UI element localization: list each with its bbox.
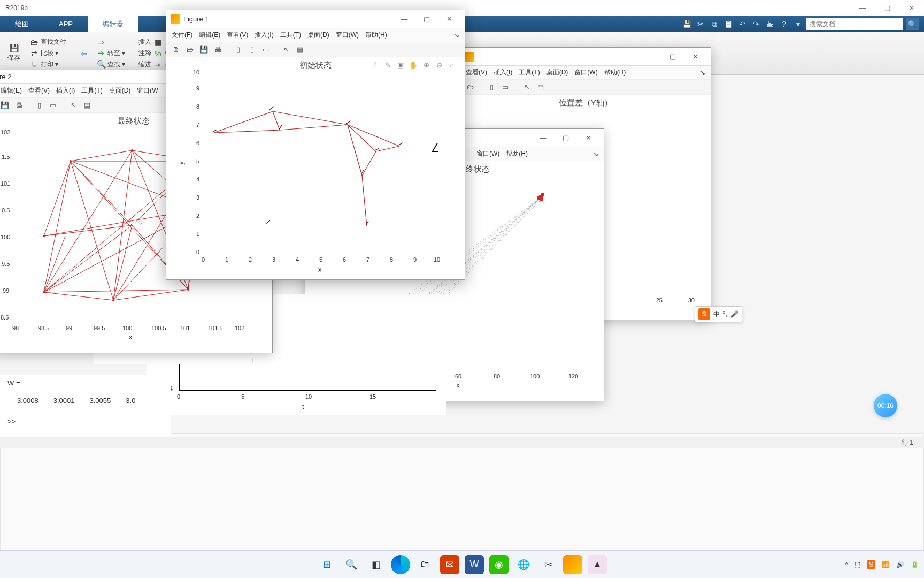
indent-icon[interactable]: ⇥ <box>153 60 162 69</box>
help-icon[interactable]: ? <box>779 19 789 29</box>
minimize-button[interactable]: — <box>532 130 555 146</box>
maximize-button[interactable]: ▢ <box>875 0 899 16</box>
menu-view[interactable]: 查看(V) <box>227 31 248 40</box>
zoomout-icon[interactable]: ⊖ <box>434 59 444 70</box>
undo-icon[interactable]: ↶ <box>737 19 748 29</box>
save-icon[interactable]: 💾 <box>0 100 10 111</box>
cut-icon[interactable]: ✂ <box>695 19 706 29</box>
zoomin-icon[interactable]: ⊕ <box>421 59 432 70</box>
close-button[interactable]: ✕ <box>899 0 924 16</box>
menu-edit[interactable]: 编辑(E) <box>1 86 22 95</box>
browser2-icon[interactable]: 🌐 <box>514 555 533 574</box>
minimize-button[interactable]: — <box>393 11 415 27</box>
system-tray[interactable]: ^ ⬚ S 📶 🔊 🔋 <box>845 560 919 569</box>
dock-icon[interactable]: ↘ <box>593 150 598 158</box>
pointer-icon[interactable]: ↖ <box>281 44 291 55</box>
menu-help[interactable]: 帮助(H) <box>604 68 626 77</box>
minimize-button[interactable]: — <box>639 49 661 65</box>
inspector-icon[interactable]: ▤ <box>535 82 546 93</box>
layout2-icon[interactable]: ▭ <box>500 82 511 93</box>
menu-window[interactable]: 窗口(W <box>137 86 158 95</box>
nav-back-button[interactable]: ⇦ <box>78 49 90 58</box>
snip-icon[interactable]: ✂ <box>538 555 558 574</box>
search-button[interactable]: 🔍 <box>342 555 361 574</box>
dock-icon[interactable]: ↘ <box>700 69 705 77</box>
app-icon[interactable]: ▲ <box>588 555 607 574</box>
pan-icon[interactable]: ✋ <box>408 59 419 70</box>
pointer-icon[interactable]: ↖ <box>521 82 532 93</box>
menu-window[interactable]: 窗口(W) <box>574 68 597 77</box>
datatip-icon[interactable]: ▣ <box>395 59 406 70</box>
layout2-icon[interactable]: ▯ <box>247 44 257 55</box>
menu-insert[interactable]: 插入(I) <box>56 86 75 95</box>
ime-indicator[interactable]: S 中 °, 🎤 <box>695 306 742 322</box>
layout1-icon[interactable]: ▯ <box>34 100 44 111</box>
volume-icon[interactable]: 🔊 <box>896 561 904 568</box>
redo-icon[interactable]: ↷ <box>751 19 761 29</box>
sogou-tray-icon[interactable]: S <box>867 560 875 569</box>
paste-icon[interactable]: 📋 <box>723 19 734 29</box>
menu-help[interactable]: 帮助(H) <box>365 31 387 40</box>
new-icon[interactable]: 🗎 <box>171 44 181 55</box>
layout1-icon[interactable]: ▯ <box>233 44 243 55</box>
inspector-icon[interactable]: ▤ <box>295 44 305 55</box>
export-icon[interactable]: ⤴ <box>369 59 380 70</box>
more-icon[interactable]: ▾ <box>792 19 803 29</box>
nav-fwd-button[interactable]: ⇨ <box>95 37 127 47</box>
goto-button[interactable]: ➔转至 ▾ <box>95 48 127 58</box>
wechat-icon[interactable]: ◉ <box>489 555 509 574</box>
findfiles-button[interactable]: 🗁查找文件 <box>28 37 68 47</box>
wifi-icon[interactable]: 📶 <box>882 561 890 568</box>
matlab-icon[interactable] <box>563 555 582 574</box>
search-button[interactable]: 🔍 <box>906 18 919 30</box>
menu-view[interactable]: 查看(V) <box>28 86 50 95</box>
mic-icon[interactable]: 🎤 <box>730 310 738 318</box>
brush-icon[interactable]: ✎ <box>382 59 393 70</box>
layout2-icon[interactable]: ▭ <box>48 100 58 111</box>
tab-plot[interactable]: 绘图 <box>0 16 44 32</box>
menu-window[interactable]: 窗口(W) <box>336 31 359 40</box>
menu-edit[interactable]: 编辑(E) <box>199 31 220 40</box>
menu-tools[interactable]: 工具(T) <box>519 68 540 77</box>
open-icon[interactable]: 🗁 <box>184 44 195 55</box>
tab-app[interactable]: APP <box>44 16 88 32</box>
tray-icon[interactable]: ⬚ <box>854 561 860 568</box>
layout3-icon[interactable]: ▭ <box>260 44 271 55</box>
tab-editor[interactable]: 编辑器 <box>88 16 138 32</box>
mail-icon[interactable]: ✉ <box>440 555 459 574</box>
print-icon[interactable]: 🖶 <box>13 100 24 111</box>
start-button[interactable]: ⊞ <box>317 555 336 574</box>
find-button[interactable]: 🔍查找 ▾ <box>95 59 127 70</box>
compare-button[interactable]: ⇄比较 ▾ <box>28 48 68 58</box>
menu-desktop[interactable]: 桌面(D) <box>546 68 568 77</box>
recording-timer[interactable]: 00:16 <box>874 394 897 417</box>
save-icon[interactable]: 💾 <box>681 19 692 29</box>
print-icon[interactable]: 🖶 <box>212 44 223 55</box>
close-button[interactable]: ✕ <box>577 130 599 146</box>
menu-desktop[interactable]: 桌面(D) <box>109 86 131 95</box>
save-icon[interactable]: 💾 <box>198 44 209 55</box>
print-icon[interactable]: 🖶 <box>765 19 775 29</box>
menu-tools[interactable]: 工具(T) <box>81 86 102 95</box>
menu-tools[interactable]: 工具(T) <box>280 31 301 40</box>
home-icon[interactable]: ⌂ <box>446 59 457 70</box>
menu-file[interactable]: 文件(F) <box>172 31 192 40</box>
print-button[interactable]: 🖶打印 ▾ <box>28 59 68 70</box>
maximize-button[interactable]: ▢ <box>415 11 438 27</box>
battery-icon[interactable]: 🔋 <box>911 561 919 568</box>
save-button[interactable]: 💾 保存 <box>4 44 24 63</box>
menu-window[interactable]: 窗口(W) <box>476 149 499 158</box>
edge-icon[interactable] <box>391 555 410 574</box>
word-icon[interactable]: W <box>465 555 484 574</box>
section-icon[interactable]: ▦ <box>153 38 162 47</box>
pointer-icon[interactable]: ↖ <box>68 100 79 111</box>
taskview-button[interactable]: ◧ <box>366 555 386 574</box>
open-icon[interactable]: 🗁 <box>465 82 475 93</box>
pct-icon[interactable]: % <box>153 49 162 58</box>
layout1-icon[interactable]: ▯ <box>486 82 497 93</box>
minimize-button[interactable]: — <box>850 0 875 16</box>
maximize-button[interactable]: ▢ <box>661 49 684 65</box>
menu-view[interactable]: 查看(V) <box>466 68 487 77</box>
menu-insert[interactable]: 插入(I) <box>494 68 512 77</box>
copy-icon[interactable]: ⧉ <box>709 19 720 29</box>
